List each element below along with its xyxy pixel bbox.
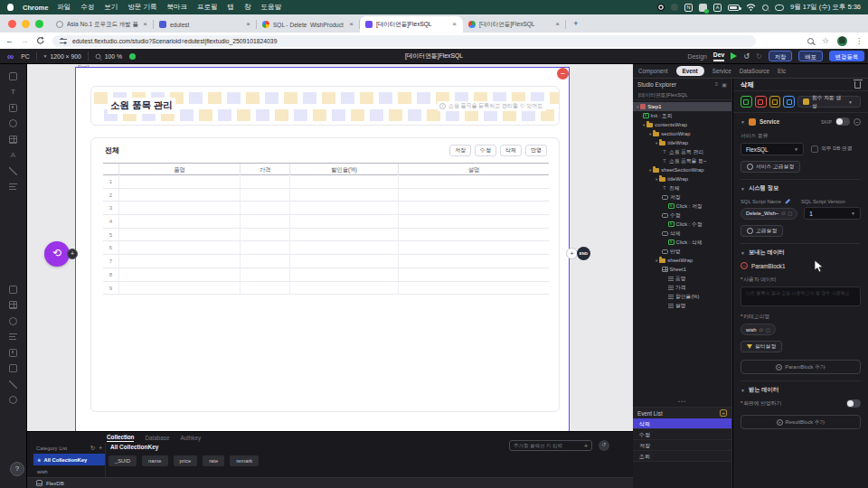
remove-paramblock-icon[interactable]: – <box>741 262 748 269</box>
collection-tab-database[interactable]: Database <box>145 435 169 441</box>
receive-section-header[interactable]: ▼ 받는 데이터 <box>741 386 861 394</box>
close-window-icon[interactable] <box>8 20 16 28</box>
tree-item[interactable]: T소원 품목 관리 <box>633 147 731 156</box>
table-cell[interactable] <box>399 215 549 228</box>
table-cell[interactable] <box>119 268 241 281</box>
table-cell[interactable] <box>119 241 241 254</box>
save-button[interactable]: 저장 <box>769 51 793 61</box>
publish-button[interactable]: 변경등록 <box>829 51 864 61</box>
reload-keys-icon[interactable]: ↺ <box>599 440 609 451</box>
table-cell[interactable] <box>119 175 241 188</box>
add-event-icon[interactable]: + <box>720 409 727 417</box>
collection-key-chip[interactable]: remark <box>230 455 259 466</box>
paramblock-row[interactable]: – ParamBlock1 <box>741 262 861 269</box>
table-row[interactable]: 8 <box>103 268 549 282</box>
add-key-input[interactable] <box>514 443 584 448</box>
tree-item[interactable]: ▾sheetSectionWrap <box>633 165 731 174</box>
tree-item[interactable]: EClick : 수정 <box>633 220 731 229</box>
preview-play-icon[interactable] <box>731 52 737 60</box>
tree-item[interactable]: ▾contentsWrap <box>633 120 731 129</box>
table-cell[interactable] <box>241 255 290 267</box>
table-cell[interactable] <box>241 268 290 281</box>
event-list-item[interactable]: 삭제 <box>633 418 731 429</box>
tree-item[interactable]: EClick : 저장 <box>633 202 731 211</box>
tree-item[interactable]: ▾titleWrap <box>633 138 731 147</box>
new-tab-button[interactable]: + <box>570 18 582 31</box>
auto-generate-button[interactable]: 함수 자동 생성 ▼ <box>797 96 861 108</box>
sheet-action-button[interactable]: 수정 <box>475 145 496 156</box>
table-cell[interactable] <box>241 202 290 214</box>
image-tool-icon[interactable] <box>9 104 17 112</box>
flexdb-bar[interactable]: FlexDB <box>27 477 633 488</box>
collection-key-chip[interactable]: rate <box>203 455 224 466</box>
table-cell[interactable] <box>399 175 549 188</box>
refresh-icon[interactable]: ↻ <box>90 445 95 452</box>
tree-item[interactable]: 저장 <box>633 192 731 202</box>
screen-record-icon[interactable] <box>657 4 665 11</box>
table-cell[interactable] <box>241 189 290 202</box>
address-bar[interactable]: edutest.flextudio.com/studio?Scenarioid=… <box>52 35 756 47</box>
table-cell[interactable] <box>119 282 241 295</box>
event-list-item[interactable]: 수정 <box>633 429 731 440</box>
wish-table[interactable]: 품명가격할인율(%)설명 123456789 <box>103 163 549 295</box>
table-cell[interactable] <box>290 189 399 202</box>
misc-tool-icon[interactable] <box>9 396 17 404</box>
table-row[interactable]: 6 <box>103 241 549 255</box>
system-section-header[interactable]: ▼ 시스템 정보 <box>741 184 861 192</box>
tree-item[interactable]: 설명 <box>633 301 731 310</box>
tree-item[interactable]: EClick : 삭제 <box>633 238 731 247</box>
table-cell[interactable] <box>241 175 290 188</box>
collection-key-chip[interactable]: _SUID <box>108 455 137 466</box>
table-cell[interactable] <box>290 175 399 188</box>
pen-tool-icon[interactable] <box>9 167 17 175</box>
table-cell[interactable] <box>119 229 241 241</box>
collapse-icon[interactable]: – <box>854 118 861 126</box>
table-cell[interactable] <box>290 255 399 267</box>
table-row[interactable]: 4 <box>103 215 549 229</box>
menubar-menu-item[interactable]: 보기 <box>104 3 118 11</box>
copy-icon[interactable]: ▢ <box>766 327 770 333</box>
search-icon[interactable] <box>807 38 814 44</box>
zoom-level[interactable]: 100 % <box>105 53 122 60</box>
category-chip[interactable]: wish ∅ ▢ <box>741 324 776 335</box>
browser-tab[interactable]: Asia No.1 로우코드 개발 플랫폼 |× <box>51 16 154 33</box>
chart-tool-icon[interactable] <box>9 317 17 325</box>
add-resultblock-button[interactable]: + ResultBlock 추가 <box>741 415 861 429</box>
table-cell[interactable] <box>399 282 549 295</box>
menubar-menu-item[interactable]: 프로필 <box>197 3 218 11</box>
table-cell[interactable] <box>241 282 290 295</box>
tree-item[interactable]: EInit : 조회 <box>633 111 731 120</box>
minimize-window-icon[interactable] <box>22 20 30 28</box>
close-tab-icon[interactable]: × <box>451 21 458 28</box>
service-type-select[interactable]: FlexSQL ▼ <box>741 143 804 155</box>
maximize-window-icon[interactable] <box>35 20 43 28</box>
list-tool-icon[interactable] <box>9 183 17 191</box>
battery-icon[interactable] <box>728 5 740 11</box>
profile-avatar[interactable] <box>837 36 847 46</box>
table-cell[interactable] <box>399 241 549 254</box>
close-tab-icon[interactable]: × <box>348 21 354 28</box>
flow-end-node[interactable]: END <box>577 247 590 260</box>
table-cell[interactable] <box>290 215 399 228</box>
dev-tab-component[interactable]: Component <box>638 68 668 74</box>
shape-tool-icon[interactable] <box>9 119 17 127</box>
user-data-input[interactable]: 다른 블록의 결과 값을 사용하고자 할 경우 사용해요 <box>741 286 861 306</box>
dev-tab-datasource[interactable]: DataSource <box>740 68 769 74</box>
menubar-menu-item[interactable]: 수정 <box>80 3 94 11</box>
design-canvas[interactable]: Step1 – 소원 품목 관리 i 소원 품목을 등록하고 관리할 수 있어요… <box>27 64 633 431</box>
flexstudio-logo-icon[interactable]: ∞ <box>0 52 21 61</box>
tree-item[interactable]: 할인율(%) <box>633 292 731 301</box>
collection-key-chip[interactable]: name <box>142 455 168 466</box>
tree-item[interactable]: 반영 <box>633 247 731 256</box>
add-category-icon[interactable]: + <box>99 445 102 452</box>
table-cell[interactable] <box>290 282 399 295</box>
sheet-action-button[interactable]: 저장 <box>449 145 471 156</box>
dim-status-icon[interactable] <box>671 4 678 11</box>
draw-tool-icon[interactable] <box>9 380 17 389</box>
table-cell[interactable] <box>119 189 241 202</box>
apple-icon[interactable] <box>7 4 14 11</box>
copy-icon[interactable]: ▢ <box>788 211 793 216</box>
menu-app-name[interactable]: Chrome <box>23 4 48 12</box>
bookmark-star-icon[interactable]: ☆ <box>822 36 829 45</box>
spotlight-search-icon[interactable] <box>762 5 769 11</box>
